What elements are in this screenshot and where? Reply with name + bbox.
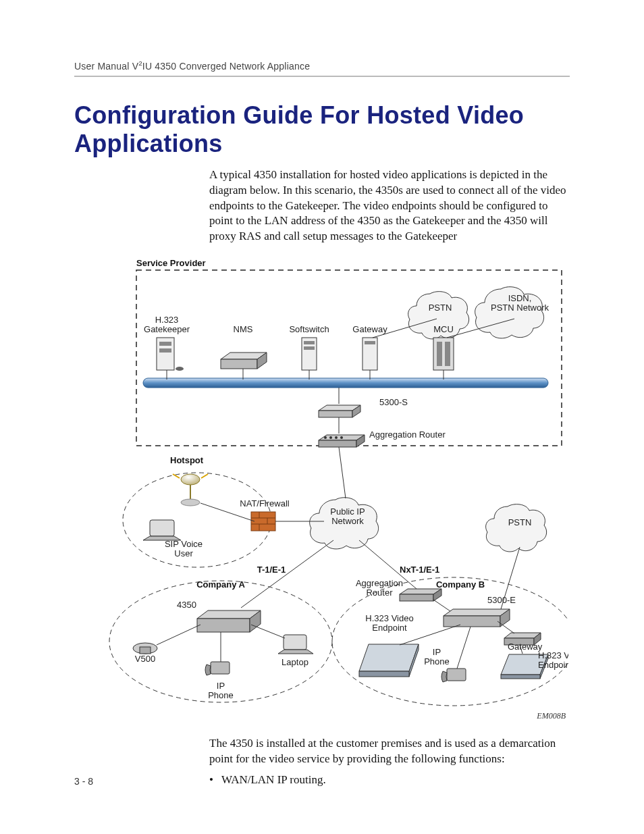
svg-text:PSTN: PSTN [508,517,532,527]
svg-rect-47 [284,635,306,650]
device-5300e-icon [444,609,510,627]
after-diagram-text: The 4350 is installed at the customer pr… [209,736,570,767]
svg-text:NxT-1/E-1: NxT-1/E-1 [400,565,439,575]
svg-line-53 [433,600,450,611]
svg-rect-10 [365,341,375,344]
svg-line-56 [400,625,460,645]
softswitch-icon [302,338,317,370]
svg-point-31 [181,474,200,485]
section-title: Configuration Guide For Hosted Video App… [74,101,570,158]
bullet-1: •WAN/LAN IP routing. [209,773,570,788]
svg-text:H.323 VideoEndpoint: H.323 VideoEndpoint [365,613,413,633]
svg-rect-12 [437,342,442,366]
ip-phone-b-icon [441,669,466,682]
svg-line-37 [339,447,346,498]
svg-rect-50 [400,594,433,601]
page: User Manual V2IU 4350 Converged Network … [0,0,644,834]
cloud-pstn-right-icon [486,504,547,552]
svg-rect-11 [433,338,454,370]
nms-icon [221,353,267,369]
svg-text:Gateway: Gateway [352,324,387,334]
svg-text:Softswitch: Softswitch [289,324,329,334]
running-header: User Manual V2IU 4350 Converged Network … [74,59,570,72]
svg-text:Public IPNetwork: Public IPNetwork [330,506,365,526]
hotspot-dish-icon [173,474,208,506]
intro-paragraph: A typical 4350 installation for hosted v… [209,167,570,245]
svg-point-28 [335,436,338,439]
bullet-1-text: WAN/LAN IP routing. [221,773,326,786]
svg-point-33 [181,499,200,506]
after-diagram-paragraph: The 4350 is installed at the customer pr… [209,736,570,788]
svg-rect-61 [501,675,540,679]
svg-rect-34 [150,520,174,536]
svg-text:Laptop: Laptop [281,657,308,667]
device-5300s-icon [319,405,360,417]
svg-rect-8 [304,346,315,350]
network-diagram: Service Provider H.323Gatekeeper NMS Sof… [69,257,568,723]
svg-text:SIP VoiceUser: SIP VoiceUser [165,539,203,558]
header-suffix: IU 4350 Converged Network Appliance [142,61,310,72]
svg-point-30 [123,473,271,567]
svg-text:NAT/Firewall: NAT/Firewall [240,498,290,509]
svg-line-44 [157,625,200,645]
mcu-icon [433,338,454,370]
svg-point-4 [176,367,184,371]
svg-line-60 [498,621,514,633]
svg-text:Aggregation Router: Aggregation Router [369,429,446,440]
svg-text:NMS: NMS [234,324,253,334]
device-4350-icon [197,610,261,632]
svg-point-29 [340,436,343,439]
svg-line-41 [241,540,333,608]
svg-line-58 [457,627,471,669]
h323-endpoint-left-icon [359,644,419,677]
svg-text:PSTN: PSTN [429,303,452,313]
svg-text:4350: 4350 [177,600,196,610]
svg-text:Service Provider: Service Provider [136,258,206,268]
header-rule [74,76,570,77]
svg-rect-5 [221,359,257,369]
sip-laptop-icon [143,520,181,540]
agg-router-bottom-icon [400,589,441,601]
gateway-top-icon [363,338,377,370]
svg-text:Company A: Company A [196,579,245,590]
svg-rect-35 [251,512,275,531]
svg-text:AggregationRouter: AggregationRouter [356,578,403,598]
firewall-icon [251,512,275,531]
v500-icon [133,643,157,654]
svg-rect-43 [140,647,151,654]
svg-rect-7 [304,341,315,344]
svg-text:T-1/E-1: T-1/E-1 [257,565,286,575]
svg-rect-52 [444,616,500,627]
svg-text:H.323Gatekeeper: H.323Gatekeeper [144,315,190,334]
svg-rect-23 [319,411,352,417]
svg-point-26 [324,436,327,439]
svg-line-48 [251,625,285,638]
svg-rect-2 [159,342,171,346]
svg-text:Company B: Company B [436,579,485,590]
svg-rect-13 [445,342,450,366]
svg-text:IPPhone: IPPhone [424,647,450,667]
svg-rect-55 [359,671,409,677]
svg-text:5300-E: 5300-E [487,595,516,605]
figure-reference: EM008B [537,711,566,721]
svg-text:IPPhone: IPPhone [208,681,234,700]
svg-rect-3 [159,348,171,353]
svg-rect-14 [143,378,548,388]
svg-text:Hotspot: Hotspot [170,455,204,465]
ip-phone-a-icon [205,662,230,675]
page-number: 3 - 8 [74,776,93,787]
svg-text:MCU: MCU [433,324,454,334]
header-prefix: User Manual V [74,61,138,72]
svg-text:V500: V500 [135,654,155,664]
svg-text:5300-S: 5300-S [379,397,408,407]
svg-rect-25 [319,440,356,447]
agg-router-top-icon [319,435,365,447]
svg-text:H.323 VideoEndpoint: H.323 VideoEndpoint [538,650,568,670]
gatekeeper-icon [157,338,184,371]
svg-point-27 [329,436,332,439]
intro-text: A typical 4350 installation for hosted v… [209,167,570,245]
svg-rect-40 [197,619,250,632]
svg-rect-45 [211,662,230,674]
svg-rect-57 [447,669,466,681]
